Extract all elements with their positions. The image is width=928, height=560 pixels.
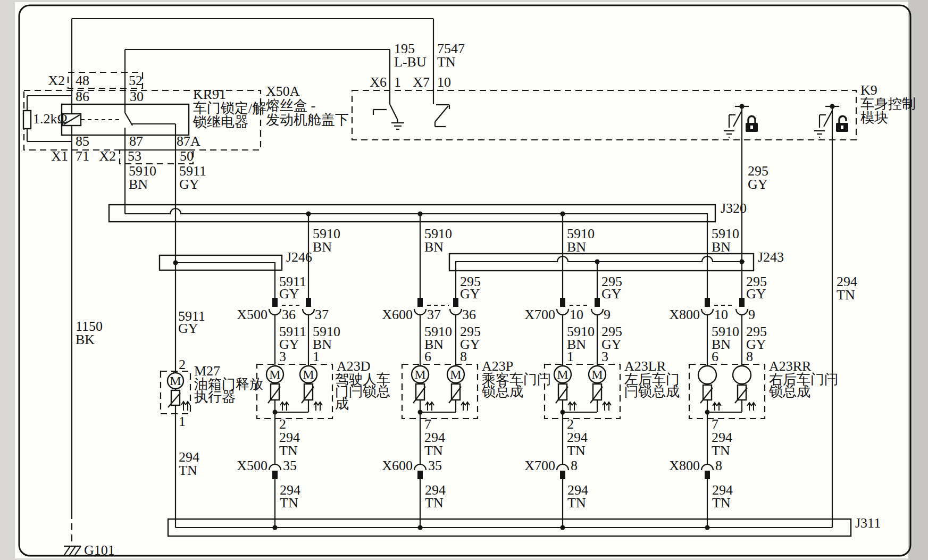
wire-label: GY — [178, 321, 198, 336]
wire-label: L-BU — [394, 54, 427, 70]
pin-label: 3 — [279, 349, 286, 364]
pin-label: 10 — [437, 74, 451, 90]
bus-label: J311 — [855, 515, 881, 531]
wire-label: TN — [837, 287, 855, 303]
pin-label: 2 — [179, 357, 186, 372]
component-name: 发动机舱盖下 — [266, 112, 349, 128]
wire-label: BK — [76, 332, 95, 347]
pin-label: 87 — [129, 133, 143, 149]
junction-dot — [273, 410, 278, 415]
connector-label: X2 — [99, 148, 116, 164]
connector-label: X500 — [237, 307, 267, 322]
wire-label: BN — [567, 239, 586, 255]
resistor-value: 1.2kΩ — [33, 111, 68, 127]
wire-label: GY — [179, 177, 199, 192]
motor-letter: M — [450, 367, 461, 381]
motor-letter: M — [557, 367, 568, 381]
component-id: X50A — [266, 83, 300, 99]
wiring-diagram-page: 195 L-BU 7547 TN X2 48 52 86 30 1.2kΩ KR… — [0, 0, 928, 560]
pin-label: 6 — [424, 349, 431, 364]
junction-dot — [705, 410, 710, 415]
pin-label: 1 — [313, 349, 320, 364]
junction-dot — [418, 525, 423, 530]
motor-letter: M — [303, 367, 314, 381]
pin-label: 1 — [179, 414, 186, 429]
page-edge-bar — [908, 0, 928, 560]
pin-label: 37 — [427, 307, 441, 322]
component-id: KR91 — [193, 87, 226, 102]
wire-label: GY — [601, 286, 622, 302]
wire-label: TN — [280, 495, 298, 511]
pin-label: 86 — [76, 89, 89, 104]
junction-dot — [561, 525, 565, 530]
motor-icon — [698, 366, 716, 384]
connector-label: X800 — [669, 458, 700, 473]
junction-dot — [561, 410, 565, 415]
pin-label: 3 — [601, 349, 608, 364]
wire-label: TN — [279, 443, 298, 458]
pin-label: 36 — [462, 307, 476, 322]
component-id: K9 — [860, 82, 877, 98]
connector-label: X7 — [413, 74, 430, 90]
connector-label: X2 — [48, 73, 65, 88]
component-name: 模块 — [860, 110, 888, 126]
motor-letter: M — [591, 367, 603, 381]
pin-label: 36 — [282, 307, 296, 322]
wire-label: TN — [712, 443, 730, 458]
pin-label: 52 — [129, 73, 143, 88]
junction-dot — [273, 525, 278, 530]
pin-label: 30 — [130, 89, 144, 104]
pin-label: 1 — [567, 349, 574, 364]
connector-label: X600 — [382, 307, 413, 322]
pin-label: 8 — [460, 349, 467, 364]
wire-label: GY — [279, 286, 299, 302]
connector-label: X6 — [370, 74, 387, 90]
pin-label: 53 — [128, 148, 141, 164]
component-name: 锁继电器 — [193, 114, 248, 130]
pin-label: 71 — [76, 148, 89, 164]
motor-icon — [733, 366, 751, 384]
connector-label: X600 — [382, 458, 413, 473]
bus-label: J320 — [721, 200, 747, 216]
pin-label: 9 — [748, 307, 755, 322]
pin-label: 85 — [76, 133, 89, 149]
wire-label: TN — [425, 495, 444, 511]
wire-label: TN — [567, 495, 586, 511]
pin-label: 48 — [76, 73, 89, 88]
component-name: 熔丝盒 - — [266, 98, 315, 113]
wire-label: TN — [567, 443, 586, 458]
wire-label: BN — [313, 239, 332, 255]
pin-label: 10 — [714, 307, 728, 322]
wire-label: GY — [460, 286, 480, 302]
junction-dot — [306, 212, 311, 216]
bus-label: J246 — [286, 249, 312, 265]
component-name: 锁总成 — [768, 384, 810, 399]
connector-label: X800 — [669, 307, 700, 322]
component-name: 车门锁定/解 — [193, 101, 266, 116]
pin-label: 35 — [283, 458, 297, 473]
motor-letter: M — [269, 367, 280, 381]
pin-label: 37 — [315, 307, 329, 322]
pin-label: 1 — [394, 74, 401, 90]
wire-label: BN — [129, 177, 148, 192]
component-name: 成 — [335, 396, 349, 412]
pin-label: 50 — [180, 148, 194, 164]
junction-dot — [418, 410, 423, 415]
pin-label: 87A — [177, 133, 200, 149]
junction-dot — [705, 525, 710, 530]
junction-dot — [173, 261, 178, 265]
pin-label: 9 — [604, 307, 611, 322]
pin-label: 8 — [746, 349, 753, 364]
component-name: 执行器 — [194, 389, 236, 405]
pin-label: 6 — [712, 349, 718, 364]
pin-label: 35 — [428, 458, 442, 473]
component-name: 闩锁总成 — [624, 384, 680, 399]
component-name: 锁总成 — [481, 384, 523, 399]
wire-label: BN — [424, 239, 444, 255]
motor-letter: M — [170, 374, 181, 388]
motor-letter: M — [414, 367, 425, 381]
component-name: 车身控制 — [860, 96, 916, 112]
junction-dot — [561, 212, 565, 216]
junction-dot — [740, 260, 745, 264]
wire-label: BN — [712, 239, 731, 255]
